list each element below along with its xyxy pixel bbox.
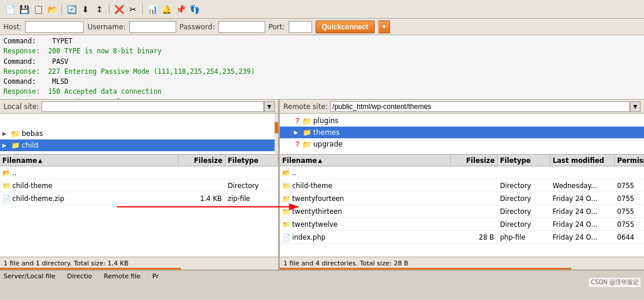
bottom-bar: Server/Local file Directio Remote file P… xyxy=(0,270,644,281)
local-tree-item-child[interactable]: ▶ 📁 child xyxy=(0,139,278,151)
remote-col-perms[interactable]: Permiss xyxy=(615,155,644,166)
remote-tree-item-upgrade[interactable]: ❓ 📁 upgrade xyxy=(280,138,644,150)
local-col-filetype[interactable]: Filetype xyxy=(225,155,278,166)
toolbar-sep-3 xyxy=(142,4,143,15)
remote-perms-label: Permiss xyxy=(617,156,644,165)
tree-arrow-child: ▶ xyxy=(2,142,11,148)
log-line-6: Response: 150 Accepted data connection xyxy=(4,87,640,97)
log-area: Command: TYPET Response: 200 TYPE is now… xyxy=(0,35,644,100)
toolbar-cancel-icon[interactable]: ❌ xyxy=(112,3,125,16)
remote-size-up xyxy=(451,172,498,173)
local-tree-scrollbar[interactable] xyxy=(275,114,278,154)
remote-size-13 xyxy=(451,211,498,212)
remote-perms-24: 0755 xyxy=(615,194,644,203)
remote-tree-item-themes[interactable]: ▶ 📁 themes xyxy=(280,127,644,138)
remote-filesize-label: Filesize xyxy=(466,156,495,165)
toolbar-refresh-icon[interactable]: 🔄 xyxy=(65,3,78,16)
quickconnect-button[interactable]: Quickconnect xyxy=(316,21,375,33)
local-status-bar: 1 file and 1 directory. Total size: 1.4 … xyxy=(0,257,278,270)
local-site-input[interactable] xyxy=(42,101,264,112)
remote-row-twentythirteen[interactable]: 📁 twentythirteen Directory Friday 24 O..… xyxy=(280,205,644,218)
bottom-direction: Directio xyxy=(67,272,93,280)
toolbar-new-icon[interactable]: 📄 xyxy=(4,3,16,16)
up-icon-remote: 📂 xyxy=(282,169,290,177)
remote-name-13: twentythirteen xyxy=(292,207,342,216)
local-row-child-theme-zip[interactable]: 📄 child-theme.zip 1.4 KB zip-file xyxy=(0,192,278,205)
username-input[interactable] xyxy=(129,21,176,33)
folder-icon-bebas: 📁 xyxy=(11,129,20,138)
remote-status-bar: 1 file and 4 directories. Total size: 28… xyxy=(280,257,644,270)
local-size-up xyxy=(179,172,225,173)
local-site-dropdown[interactable]: ▼ xyxy=(264,101,275,112)
quickconnect-dropdown[interactable]: ▼ xyxy=(378,21,390,33)
local-status-text: 1 file and 1 directory. Total size: 1.4 … xyxy=(4,260,129,267)
log-line-2: Response: 200 TYPE is now 8-bit binary xyxy=(4,46,640,56)
local-file-header: Filename ▲ Filesize Filetype xyxy=(0,155,278,166)
folder-icon-local-child-theme: 📁 xyxy=(2,182,11,190)
toolbar-transfer-icon[interactable]: ↕ xyxy=(93,3,106,16)
connection-bar: Host: Username: Password: Port: Quickcon… xyxy=(0,19,644,35)
folder-icon-upgrade: 📁 xyxy=(302,139,311,149)
remote-row-up[interactable]: 📂 .. xyxy=(280,166,644,179)
remote-col-filename[interactable]: Filename ▲ xyxy=(280,155,451,166)
remote-row-twentytwelve[interactable]: 📁 twentytwelve Directory Friday 24 O... … xyxy=(280,218,644,231)
toolbar-save-icon[interactable]: 💾 xyxy=(18,3,30,16)
remote-orange-line xyxy=(280,268,571,270)
remote-col-filesize[interactable]: Filesize xyxy=(451,155,498,166)
toolbar-cut-icon[interactable]: ✂ xyxy=(126,3,139,16)
remote-lastmod-label: Last modified xyxy=(553,156,604,165)
remote-name-up: .. xyxy=(292,169,296,177)
bottom-server-local: Server/Local file xyxy=(4,272,56,280)
remote-type-24: Directory xyxy=(498,194,550,203)
toolbar-sep-2 xyxy=(109,4,109,15)
tree-arrow-plugins: ❓ xyxy=(294,118,302,124)
toolbar: 📄 💾 📋 📂 🔄 ⬇ ↕ ❌ ✂ 📊 🔔 📌 👣 xyxy=(0,0,644,19)
local-col-filename[interactable]: Filename ▲ xyxy=(0,155,179,166)
toolbar-bookmark-icon[interactable]: 👣 xyxy=(188,3,201,16)
toolbar-pin-icon[interactable]: 📌 xyxy=(174,3,187,16)
remote-col-lastmod[interactable]: Last modified xyxy=(550,155,615,166)
password-label: Password: xyxy=(180,23,215,31)
tree-label-plugins: plugins xyxy=(313,117,338,125)
remote-site-dropdown[interactable]: ▼ xyxy=(630,101,640,112)
local-file-name-child-theme: child-theme xyxy=(12,182,53,190)
remote-col-filetype[interactable]: Filetype xyxy=(498,155,550,166)
port-input[interactable] xyxy=(289,21,312,33)
remote-perms-13: 0755 xyxy=(615,207,644,216)
remote-lastmod-child-theme: Wednesday... xyxy=(550,181,615,190)
host-label: Host: xyxy=(4,23,22,31)
local-col-filesize[interactable]: Filesize xyxy=(179,155,225,166)
password-input[interactable] xyxy=(218,21,265,33)
remote-row-twentyfourteen[interactable]: 📁 twentyfourteen Directory Friday 24 O..… xyxy=(280,192,644,205)
tree-label-bebas: bebas xyxy=(22,129,43,138)
remote-row-child-theme[interactable]: 📁 child-theme Directory Wednesday... 075… xyxy=(280,179,644,192)
toolbar-download-icon[interactable]: ⬇ xyxy=(79,3,92,16)
bottom-pr: Pr xyxy=(152,272,159,280)
folder-icon-remote-child: 📁 xyxy=(282,182,290,190)
remote-name-12: twentytwelve xyxy=(292,220,338,229)
remote-status-text: 1 file and 4 directories. Total size: 28… xyxy=(283,260,408,267)
remote-size-24 xyxy=(451,198,498,199)
remote-row-indexphp[interactable]: 📄 index.php 28 B php-file Friday 24 O...… xyxy=(280,231,644,244)
local-tree-scrollbar-thumb xyxy=(275,122,278,134)
local-tree-item-bebas[interactable]: ▶ 📁 bebas xyxy=(0,128,278,139)
folder-icon-remote-24: 📁 xyxy=(282,195,290,203)
remote-type-12: Directory xyxy=(498,220,550,229)
remote-site-input[interactable] xyxy=(330,101,630,112)
remote-pane: Remote site: ▼ ❓ 📁 plugins ▶ 📁 themes xyxy=(280,100,644,270)
toolbar-copy-icon[interactable]: 📋 xyxy=(32,3,44,16)
toolbar-sep-1 xyxy=(61,4,62,15)
log-line-4: Response: 227 Entering Passive Mode (111… xyxy=(4,67,640,77)
toolbar-bell-icon[interactable]: 🔔 xyxy=(160,3,173,16)
local-site-bar: Local site: ▼ xyxy=(0,100,278,114)
toolbar-chart-icon[interactable]: 📊 xyxy=(146,3,159,16)
remote-tree-item-plugins[interactable]: ❓ 📁 plugins xyxy=(280,115,644,127)
username-label: Username: xyxy=(87,23,125,31)
local-size-child-theme xyxy=(179,185,225,186)
toolbar-open-icon[interactable]: 📂 xyxy=(46,3,59,16)
local-pane: Local site: ▼ ▶ 📁 bebas ▶ 📁 child xyxy=(0,100,280,270)
host-input[interactable] xyxy=(25,21,84,33)
local-row-child-theme[interactable]: 📁 child-theme Directory xyxy=(0,179,278,192)
local-row-up[interactable]: 📂 .. xyxy=(0,166,278,179)
remote-perms-child-theme: 0755 xyxy=(615,181,644,190)
